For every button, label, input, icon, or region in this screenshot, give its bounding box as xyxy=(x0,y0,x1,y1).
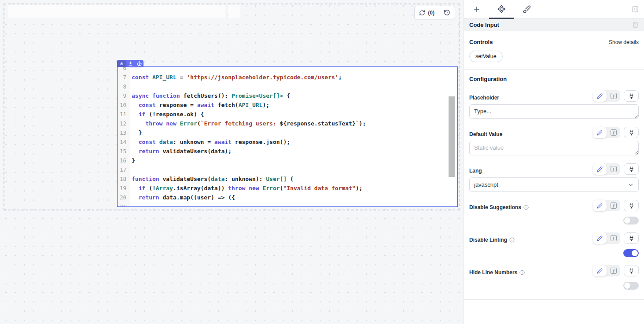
widget-handle[interactable]: a xyxy=(117,60,144,67)
show-details-link[interactable]: Show details xyxy=(609,39,639,45)
inspector-panel: Code Input Controls Show details setValu… xyxy=(464,0,644,324)
fx-icon[interactable]: f xyxy=(607,127,620,138)
empty-widget-placeholder xyxy=(8,5,225,18)
plug-icon[interactable] xyxy=(624,232,639,244)
line-number: 7 xyxy=(118,73,129,82)
line-number: 17 xyxy=(118,165,129,174)
component-title: Code Input xyxy=(469,22,499,28)
binding-mode-segment: f xyxy=(593,127,620,138)
code-line[interactable]: 6 xyxy=(118,67,457,73)
components-icon xyxy=(497,5,506,13)
code-line[interactable]: 20 return data.map((user) => ({ xyxy=(118,193,457,202)
code-line[interactable]: 19 if (!Array.isArray(data)) throw new E… xyxy=(118,184,457,193)
disable-suggestions-toggle[interactable] xyxy=(623,217,639,225)
pencil-icon[interactable] xyxy=(593,90,607,102)
controls-section-title: Controls xyxy=(469,39,493,45)
code-line[interactable]: 17 xyxy=(118,165,457,174)
placeholder-input[interactable]: Type... xyxy=(469,104,639,119)
document-icon[interactable] xyxy=(632,22,639,28)
disable-linting-toggle[interactable] xyxy=(623,249,639,257)
builder-canvas[interactable]: (0) a 67const API_URL = 'https:/ xyxy=(0,0,464,324)
refresh-queries-button[interactable]: (0) xyxy=(415,6,439,19)
inspector-body: Controls Show details setValue Configura… xyxy=(464,31,644,324)
line-number: 10 xyxy=(118,100,129,110)
configuration-section-title: Configuration xyxy=(469,76,639,82)
line-number: 12 xyxy=(118,119,129,128)
pencil-icon[interactable] xyxy=(593,265,607,276)
chevron-down-icon xyxy=(628,182,634,188)
line-number: 9 xyxy=(118,91,129,100)
code-line[interactable]: 21 xyxy=(118,202,457,206)
tab-component-config[interactable] xyxy=(489,0,514,18)
code-line[interactable]: 12 throw new Error(`Error fetching users… xyxy=(118,119,457,128)
app-root: (0) a 67const API_URL = 'https:/ xyxy=(0,0,644,324)
history-icon xyxy=(444,9,450,16)
info-icon[interactable] xyxy=(523,205,529,210)
binding-mode-segment: f xyxy=(593,163,620,175)
code-line[interactable]: 9async function fetchUsers(): Promise<Us… xyxy=(118,91,457,100)
plug-icon[interactable] xyxy=(624,200,639,211)
code-line[interactable]: 18function validateUsers(data: unknown):… xyxy=(118,174,457,184)
field-hide-line-numbers: Hide Line Numbers f xyxy=(469,265,639,290)
canvas-toolbar: (0) xyxy=(414,6,455,19)
plug-icon[interactable] xyxy=(624,127,639,138)
info-icon[interactable] xyxy=(519,270,525,275)
hide-line-numbers-label: Hide Line Numbers xyxy=(469,269,517,276)
disable-suggestions-label: Disable Suggestions xyxy=(469,204,521,210)
code-line[interactable]: 11 if (!response.ok) { xyxy=(118,110,457,119)
tab-styles[interactable] xyxy=(514,0,539,18)
line-number: 13 xyxy=(118,128,129,137)
section-divider xyxy=(464,69,644,70)
fx-icon[interactable]: f xyxy=(607,90,620,102)
binding-mode-segment: f xyxy=(593,232,620,244)
line-number: 14 xyxy=(118,137,129,147)
anchor-icon[interactable] xyxy=(135,60,144,67)
tab-add-component[interactable] xyxy=(464,0,489,18)
plus-icon xyxy=(473,5,481,13)
line-number: 11 xyxy=(118,110,129,119)
panel-collapse-icon[interactable] xyxy=(632,6,639,13)
refresh-icon xyxy=(419,10,425,16)
fx-icon[interactable]: f xyxy=(607,265,620,276)
default-value-input[interactable] xyxy=(469,141,639,155)
lang-select-value: javascript xyxy=(474,181,498,188)
inspector-tabs xyxy=(464,0,644,18)
history-button[interactable] xyxy=(439,6,455,19)
arrow-down-to-bar-icon[interactable] xyxy=(126,60,135,67)
code-line[interactable]: 8 xyxy=(118,82,457,91)
code-input-widget[interactable]: a 67const API_URL = 'https://jsonplaceho… xyxy=(117,66,458,207)
fx-icon[interactable]: f xyxy=(607,200,620,211)
hide-line-numbers-toggle[interactable] xyxy=(623,282,639,290)
code-line[interactable]: 10 const response = await fetch(API_URL)… xyxy=(118,100,457,110)
pencil-icon[interactable] xyxy=(593,127,607,138)
pencil-icon[interactable] xyxy=(593,163,607,175)
line-number: 6 xyxy=(118,67,129,73)
section-divider xyxy=(464,299,644,300)
line-number: 18 xyxy=(118,174,129,184)
code-line[interactable]: 13 } xyxy=(118,128,457,137)
widget-label[interactable]: a xyxy=(117,60,126,67)
code-line[interactable]: 16} xyxy=(118,156,457,165)
disable-linting-label: Disable Linting xyxy=(469,237,507,243)
binding-mode-segment: f xyxy=(593,265,620,276)
setvalue-chip[interactable]: setValue xyxy=(469,51,503,62)
plug-icon[interactable] xyxy=(624,163,639,175)
info-icon[interactable] xyxy=(509,237,515,243)
code-editor[interactable]: 67const API_URL = 'https://jsonplacehold… xyxy=(118,67,457,206)
pencil-icon[interactable] xyxy=(593,232,607,244)
editor-scrollbar[interactable] xyxy=(449,96,455,177)
code-line[interactable]: 14 const data: unknown = await response.… xyxy=(118,137,457,147)
field-placeholder: Placeholder f Type... xyxy=(469,90,639,119)
lang-select[interactable]: javascript xyxy=(469,177,639,192)
plug-icon[interactable] xyxy=(624,265,639,276)
binding-mode-segment: f xyxy=(593,90,620,102)
code-line[interactable]: 7const API_URL = 'https://jsonplaceholde… xyxy=(118,73,457,82)
fx-icon[interactable]: f xyxy=(607,163,620,175)
default-value-label: Default Value xyxy=(469,131,502,138)
field-disable-suggestions: Disable Suggestions f xyxy=(469,200,639,225)
fx-icon[interactable]: f xyxy=(607,232,620,244)
plug-icon[interactable] xyxy=(624,90,639,102)
code-line[interactable]: 15 return validateUsers(data); xyxy=(118,147,457,156)
pencil-icon[interactable] xyxy=(593,200,607,211)
empty-widget-placeholder xyxy=(228,5,240,18)
